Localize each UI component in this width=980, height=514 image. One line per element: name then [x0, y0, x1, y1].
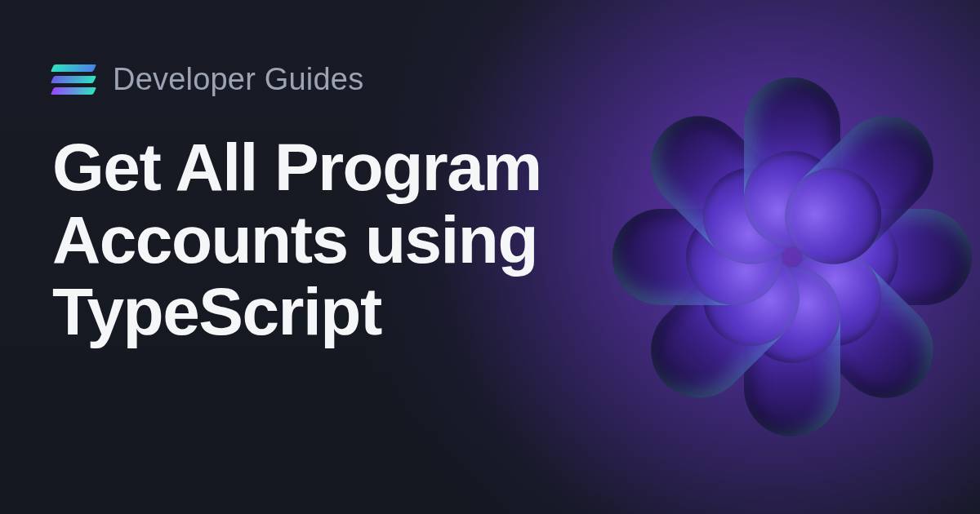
page-title: Get All Program Accounts using TypeScrip… [52, 131, 673, 348]
content-container: Developer Guides Get All Program Account… [0, 0, 980, 514]
solana-logo-icon [52, 64, 95, 95]
header: Developer Guides [52, 62, 928, 97]
category-label: Developer Guides [113, 62, 363, 97]
